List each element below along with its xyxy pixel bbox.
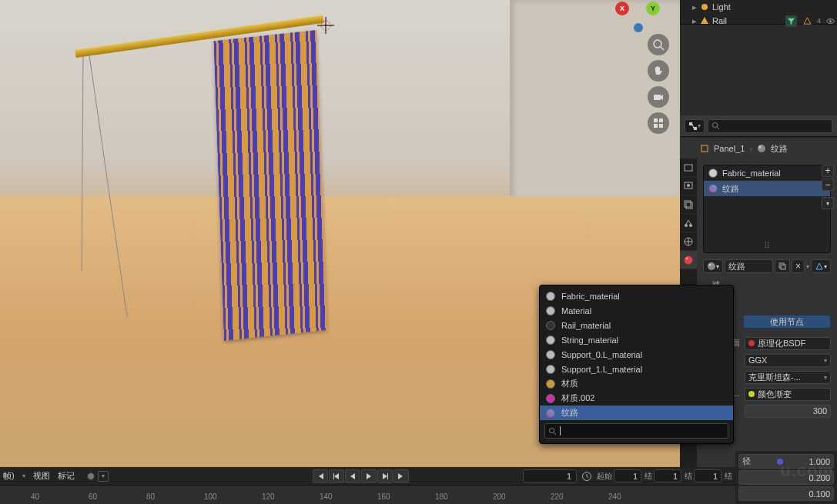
- subsurface-select[interactable]: 克里斯坦森-...▾: [745, 371, 831, 384]
- remove-slot-button[interactable]: −: [822, 179, 834, 191]
- prev-key-icon[interactable]: [329, 469, 344, 483]
- tick-label: 120: [262, 492, 275, 501]
- camera-icon[interactable]: [648, 86, 669, 108]
- expand-icon[interactable]: ⠿: [764, 241, 770, 251]
- current-frame-field[interactable]: 1: [523, 469, 577, 483]
- dropdown-item[interactable]: 纹路: [540, 406, 733, 420]
- ss-value: 克里斯坦森-...: [748, 372, 824, 383]
- shader-dot-icon: [748, 340, 755, 346]
- outliner-row-light[interactable]: ▸ Light: [680, 0, 837, 14]
- value-slider[interactable]: 0.100: [738, 486, 834, 501]
- outliner-item-label: Rail: [712, 16, 782, 25]
- dropdown-item[interactable]: Rail_material: [540, 318, 733, 332]
- material-browse-icon[interactable]: ▾: [703, 259, 723, 273]
- grid-icon[interactable]: [648, 112, 669, 134]
- mat-swatch-icon: [546, 394, 555, 403]
- slot-ops: + − ▾: [822, 165, 834, 209]
- material-slot[interactable]: Fabric_material: [704, 165, 830, 181]
- dropdown-item[interactable]: 材质.002: [540, 391, 733, 406]
- material-dropdown[interactable]: Fabric_material Material Rail_material S…: [539, 285, 734, 444]
- cursor: [560, 426, 561, 436]
- dropdown-item[interactable]: Material: [540, 303, 733, 318]
- distribution-select[interactable]: GGX▾: [745, 354, 831, 367]
- tab-material[interactable]: [680, 251, 697, 269]
- tab-viewlayer[interactable]: [680, 195, 697, 214]
- flag-mesh[interactable]: [213, 30, 326, 341]
- dropdown-item[interactable]: Fabric_material: [540, 289, 733, 303]
- item-label: Fabric_material: [561, 292, 620, 301]
- playback-controls: [313, 469, 409, 483]
- tick-label: 180: [435, 492, 448, 501]
- editor-type-icon[interactable]: ▾: [685, 119, 705, 133]
- timeline[interactable]: 帧)▾ 视图 标记 ▾ 1 起始1 结1 结1 结 40 60 80 100 1…: [0, 467, 735, 504]
- gizmo-z-dot[interactable]: [634, 23, 643, 32]
- next-key-icon[interactable]: [377, 469, 393, 483]
- tick-label: 40: [31, 492, 39, 501]
- search-input[interactable]: [708, 119, 832, 133]
- svg-point-25: [689, 224, 692, 227]
- item-label: Support_1.L_material: [561, 365, 642, 374]
- new-material-icon[interactable]: [775, 259, 790, 273]
- gizmo-y-icon[interactable]: Y: [646, 2, 660, 15]
- tab-output[interactable]: [680, 177, 697, 195]
- zoom-icon[interactable]: [648, 34, 669, 55]
- material-name-field[interactable]: 纹路: [725, 259, 773, 273]
- mat-swatch-icon: [546, 321, 555, 330]
- mat-swatch-icon: [546, 335, 555, 345]
- material-slot[interactable]: 纹路: [704, 181, 830, 196]
- clock-icon[interactable]: [581, 471, 592, 482]
- surface-shader-select[interactable]: 原理化BSDF: [745, 337, 831, 350]
- end-frame-field[interactable]: 1: [654, 469, 681, 482]
- end-label: 结: [644, 471, 652, 482]
- add-slot-button[interactable]: +: [822, 165, 834, 177]
- use-nodes-button[interactable]: 使用节点: [743, 315, 831, 329]
- start-frame-field[interactable]: 1: [614, 469, 641, 482]
- menu-mark[interactable]: 标记: [58, 470, 75, 482]
- value-slider[interactable]: 300: [745, 405, 831, 418]
- material-icon: [757, 144, 766, 153]
- filter-toggle-icon[interactable]: [785, 15, 797, 27]
- dropdown-item[interactable]: Support_1.L_material: [540, 362, 733, 376]
- mat-swatch-icon: [546, 350, 555, 359]
- play-icon[interactable]: [361, 469, 377, 483]
- keying-dropdown-icon[interactable]: ▾: [98, 471, 109, 482]
- item-label: 材质: [561, 378, 578, 389]
- unlink-icon[interactable]: ×: [792, 259, 805, 273]
- mesh-data-icon[interactable]: [802, 15, 813, 27]
- slot-menu-icon[interactable]: ▾: [822, 197, 834, 209]
- svg-point-21: [687, 184, 690, 187]
- chevron-right-icon: ▸: [692, 16, 697, 26]
- auto-key-icon[interactable]: [87, 472, 95, 480]
- play-reverse-icon[interactable]: [345, 469, 360, 483]
- tab-render[interactable]: [680, 159, 697, 177]
- breadcrumb-object[interactable]: Panel_1: [714, 144, 745, 153]
- timeline-ruler[interactable]: 40 60 80 100 120 140 160 180 200 220 240: [0, 486, 735, 504]
- dropdown-search-input[interactable]: [544, 423, 728, 439]
- jump-start-icon[interactable]: [313, 469, 328, 483]
- hand-icon[interactable]: [648, 60, 669, 82]
- menu-view[interactable]: 视图: [33, 470, 50, 482]
- breadcrumb-material[interactable]: 纹路: [771, 143, 788, 155]
- menu-frame[interactable]: 帧): [3, 470, 15, 482]
- field-value: 1: [713, 472, 718, 481]
- dropdown-item[interactable]: Support_0.L_material: [540, 347, 733, 362]
- basecolor-input[interactable]: 颜色渐变: [745, 388, 831, 401]
- svg-rect-23: [686, 202, 692, 209]
- dropdown-item[interactable]: String_material: [540, 332, 733, 347]
- flag-strings: [79, 55, 140, 332]
- gizmo-x-icon[interactable]: X: [615, 2, 629, 15]
- jump-end-icon[interactable]: [393, 469, 409, 483]
- dropdown-item[interactable]: 材质: [540, 376, 733, 391]
- tab-world[interactable]: [680, 232, 697, 251]
- end-frame-field[interactable]: 1: [694, 469, 721, 482]
- svg-point-8: [701, 4, 708, 10]
- material-slot-list[interactable]: Fabric_material 纹路 ⠿: [703, 165, 831, 253]
- visibility-icon[interactable]: [825, 15, 836, 27]
- outliner[interactable]: ▸ Light ▸ Rail 4: [680, 0, 837, 25]
- outliner-row-rail[interactable]: ▸ Rail 4: [680, 14, 837, 28]
- tick-label: 80: [146, 492, 155, 501]
- breadcrumb: Panel_1 › 纹路: [680, 139, 837, 159]
- tab-scene[interactable]: [680, 214, 697, 232]
- node-wrangler-icon[interactable]: ▾: [811, 259, 831, 273]
- timeline-header: 帧)▾ 视图 标记 ▾ 1 起始1 结1 结1 结: [0, 467, 735, 486]
